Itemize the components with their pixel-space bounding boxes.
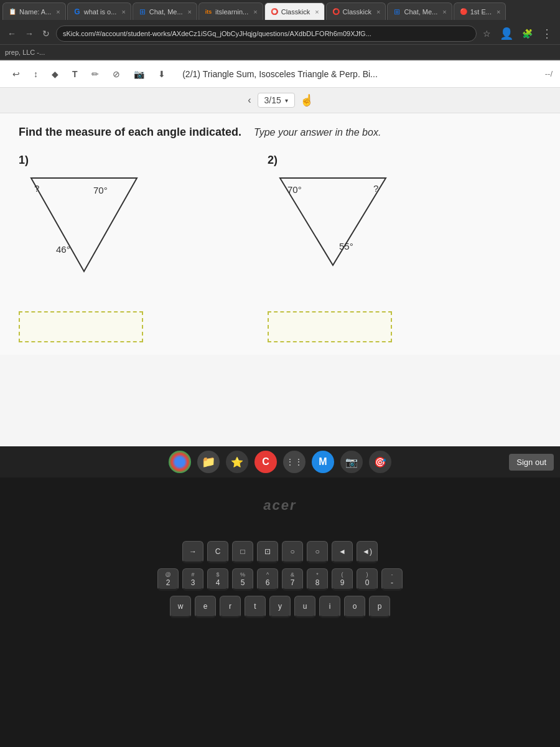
taskbar-grid[interactable]: ⋮⋮ bbox=[283, 451, 306, 473]
page-indicator-text: 3/15 bbox=[264, 95, 281, 105]
triangle-1-angle-q: ? bbox=[34, 183, 39, 194]
prev-page-btn[interactable]: ‹ bbox=[246, 93, 252, 107]
menu-btn[interactable]: ⋮ bbox=[539, 26, 555, 42]
tab-icon-classkick1: ⭕ bbox=[270, 7, 279, 16]
page-indicator[interactable]: 3/15 ▾ bbox=[258, 93, 295, 108]
key-0[interactable]: ) 0 bbox=[357, 568, 378, 591]
taskbar-files[interactable]: 📁 bbox=[197, 451, 220, 473]
key-arrow[interactable]: → bbox=[182, 541, 203, 563]
key-e[interactable]: e bbox=[195, 596, 216, 618]
tab-its[interactable]: its itslearnin... × bbox=[198, 2, 263, 20]
back-btn[interactable]: ← bbox=[5, 27, 19, 40]
tab-chat2[interactable]: ⊞ Chat, Me... × bbox=[387, 2, 452, 20]
tool-erase[interactable]: ⊘ bbox=[108, 67, 125, 82]
address-input[interactable] bbox=[56, 26, 477, 42]
forward-btn[interactable]: → bbox=[22, 27, 36, 40]
key-dash[interactable]: - - bbox=[381, 568, 403, 591]
tab-close-classkick2[interactable]: × bbox=[376, 8, 380, 16]
taskbar-star[interactable]: ⭐ bbox=[226, 451, 248, 473]
tab-close-chat1[interactable]: × bbox=[188, 8, 192, 16]
key-circle2[interactable]: ○ bbox=[307, 541, 328, 563]
triangle-1-svg: ? 70° 46° bbox=[19, 172, 168, 296]
cursor-icon: ☝ bbox=[300, 93, 314, 107]
key-4[interactable]: $ 4 bbox=[207, 568, 228, 591]
key-u[interactable]: u bbox=[294, 596, 315, 618]
taskbar-chrome[interactable] bbox=[169, 451, 191, 473]
keyboard-letter-row: w e r t y u i o p bbox=[5, 596, 555, 618]
account-btn[interactable]: 👤 bbox=[497, 26, 516, 42]
answer-box-2[interactable] bbox=[268, 311, 392, 342]
key-2[interactable]: @ 2 bbox=[157, 568, 179, 591]
tool-text[interactable]: T bbox=[67, 67, 83, 82]
tab-name[interactable]: 📋 Name: A... × bbox=[2, 2, 66, 20]
tab-close-chat2[interactable]: × bbox=[442, 8, 446, 16]
key-i[interactable]: i bbox=[319, 596, 340, 618]
taskbar-target[interactable]: 🎯 bbox=[369, 451, 391, 473]
tab-bar: 📋 Name: A... × G what is o... × ⊞ Chat, … bbox=[0, 0, 560, 22]
tab-classkick2[interactable]: ⭕ Classkick × bbox=[326, 2, 386, 20]
tab-google[interactable]: G what is o... × bbox=[67, 2, 131, 20]
tab-close-name[interactable]: × bbox=[56, 8, 60, 16]
sign-out-btn[interactable]: Sign out bbox=[509, 454, 554, 471]
bookmark-label[interactable]: prep, LLC -... bbox=[5, 49, 45, 56]
tool-download[interactable]: ⬇ bbox=[153, 67, 170, 82]
triangle-2-angle-q: ? bbox=[373, 183, 378, 194]
triangle-1-angle-46: 46° bbox=[56, 244, 70, 255]
address-bar: ← → ↻ ☆ 👤 🧩 ⋮ bbox=[0, 22, 560, 45]
star-btn[interactable]: ☆ bbox=[480, 27, 493, 40]
key-back[interactable]: ◄ bbox=[332, 541, 353, 563]
tab-close-google[interactable]: × bbox=[121, 8, 125, 16]
question-header: Find the measure of each angle indicated… bbox=[19, 126, 541, 139]
key-p[interactable]: p bbox=[369, 596, 390, 618]
key-9[interactable]: ( 9 bbox=[332, 568, 353, 591]
triangle-2-container: 70° ? 55° bbox=[268, 172, 429, 309]
key-3[interactable]: # 3 bbox=[182, 568, 203, 591]
key-r[interactable]: r bbox=[220, 596, 241, 618]
triangle-1-angle-70: 70° bbox=[93, 185, 108, 195]
tool-pen[interactable]: ✏ bbox=[86, 67, 104, 82]
tool-cursor[interactable]: ↕ bbox=[29, 67, 43, 82]
question-instruction: Find the measure of each angle indicated… bbox=[19, 126, 241, 139]
tab-icon-classkick2: ⭕ bbox=[332, 7, 340, 16]
tab-close-classkick1[interactable]: × bbox=[315, 8, 319, 16]
tool-shape[interactable]: ◆ bbox=[47, 67, 63, 82]
tab-1ste[interactable]: 🔴 1st E... × bbox=[454, 2, 506, 20]
answer-box-1[interactable] bbox=[19, 311, 143, 342]
key-square[interactable]: □ bbox=[232, 541, 253, 563]
key-c-symbol[interactable]: C bbox=[207, 541, 228, 563]
taskbar-m[interactable]: M bbox=[312, 451, 334, 473]
key-7[interactable]: & 7 bbox=[282, 568, 303, 591]
key-6[interactable]: ^ 6 bbox=[257, 568, 278, 591]
taskbar-camera[interactable]: 📷 bbox=[340, 451, 363, 473]
key-8[interactable]: * 8 bbox=[307, 568, 328, 591]
main-toolbar: ↩ ↕ ◆ T ✏ ⊘ 📷 ⬇ (2/1) Triangle Sum, Isos… bbox=[0, 60, 560, 88]
triangle-2-svg: 70° ? 55° bbox=[268, 172, 417, 296]
key-y[interactable]: y bbox=[269, 596, 291, 618]
tool-image[interactable]: 📷 bbox=[129, 67, 149, 82]
key-vol[interactable]: ◄) bbox=[357, 541, 378, 563]
keyboard-number-row: @ 2 # 3 $ 4 % 5 ^ 6 & 7 * 8 ( 9 bbox=[5, 568, 555, 591]
refresh-btn[interactable]: ↻ bbox=[40, 27, 52, 40]
acer-logo: acer bbox=[263, 497, 296, 514]
tab-icon-name: 📋 bbox=[8, 7, 17, 16]
key-o[interactable]: o bbox=[344, 596, 365, 618]
tab-close-1ste[interactable]: × bbox=[497, 8, 500, 16]
key-5[interactable]: % 5 bbox=[232, 568, 253, 591]
taskbar-c-icon[interactable]: C bbox=[254, 451, 277, 473]
bookmark-bar: prep, LLC -... bbox=[0, 45, 560, 60]
tool-undo[interactable]: ↩ bbox=[7, 67, 25, 82]
tab-chat1[interactable]: ⊞ Chat, Me... × bbox=[133, 2, 197, 20]
tab-label-chat2: Chat, Me... bbox=[404, 8, 437, 16]
page-dropdown-icon: ▾ bbox=[285, 97, 288, 104]
question-area: Find the measure of each angle indicated… bbox=[0, 113, 560, 355]
key-t[interactable]: t bbox=[245, 596, 266, 618]
key-w[interactable]: w bbox=[170, 596, 191, 618]
tab-icon-its: its bbox=[204, 7, 213, 16]
tab-classkick1[interactable]: ⭕ Classkick × bbox=[264, 2, 325, 20]
key-circle1[interactable]: ○ bbox=[282, 541, 303, 563]
extension-btn[interactable]: 🧩 bbox=[520, 27, 535, 40]
tab-close-its[interactable]: × bbox=[253, 8, 257, 16]
key-dual-square[interactable]: ⊡ bbox=[257, 541, 278, 563]
tab-label-classkick2: Classkick bbox=[343, 8, 371, 16]
tab-label-1ste: 1st E... bbox=[470, 8, 492, 16]
